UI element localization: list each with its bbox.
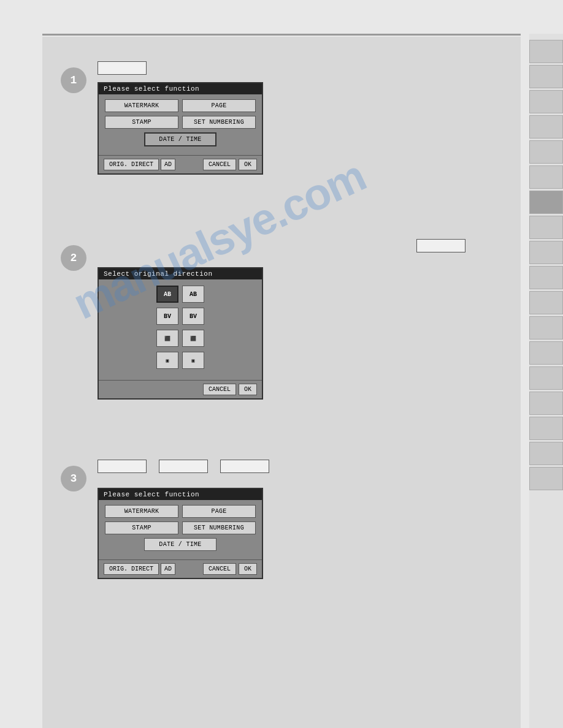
- dialog-2-footer-right: CANCEL OK: [203, 384, 257, 395]
- dialog-3-footer-left: ORIG. DIRECT AD: [104, 563, 199, 575]
- sidebar-tab-11[interactable]: [529, 291, 563, 314]
- date-time-button-3[interactable]: DATE / TIME: [144, 538, 216, 551]
- orig-direct-button-3[interactable]: ORIG. DIRECT: [104, 563, 159, 575]
- ok-button-2[interactable]: OK: [239, 384, 257, 395]
- step-circle-1: 1: [61, 67, 86, 93]
- step-number-2: 2: [71, 252, 77, 264]
- sidebar-tab-2[interactable]: [529, 65, 563, 88]
- main-content: 1 Please select function WATERMARK PAGE …: [42, 37, 521, 728]
- sidebar-tab-16[interactable]: [529, 417, 563, 440]
- ok-button-1[interactable]: OK: [239, 159, 257, 170]
- watermark-button-3[interactable]: WATERMARK: [105, 505, 178, 518]
- rot-icon-2: ⬛: [190, 336, 196, 341]
- section3-buttons-row: [98, 460, 502, 480]
- section2-top-button[interactable]: [416, 239, 465, 252]
- orig-direct-button-1[interactable]: ORIG. DIRECT: [104, 159, 159, 170]
- ab-icon-2: AB: [190, 291, 197, 298]
- dialog-2-footer: CANCEL OK: [99, 380, 262, 398]
- sidebar-tab-4[interactable]: [529, 115, 563, 138]
- dialog-2-title: Select original direction: [99, 268, 262, 279]
- set-numbering-button-1[interactable]: SET NUMBERING: [182, 116, 256, 129]
- rot-icon-1: ⬛: [164, 336, 170, 341]
- section-1: 1 Please select function WATERMARK PAGE …: [61, 61, 502, 221]
- stamp-button-3[interactable]: STAMP: [105, 521, 178, 534]
- section-1-inner: Please select function WATERMARK PAGE ST…: [98, 61, 502, 175]
- orient-rot-2[interactable]: ⬛: [182, 330, 204, 347]
- sidebar-tab-9[interactable]: [529, 241, 563, 264]
- dialog-2-body: AB AB BV BV: [99, 279, 262, 380]
- section3-button-1[interactable]: [98, 460, 147, 473]
- sidebar-tab-5[interactable]: [529, 140, 563, 164]
- ad-box-3: AD: [161, 563, 175, 575]
- dialog-3-title: Please select function: [99, 489, 262, 500]
- orient-row-3: ⬛ ⬛: [105, 330, 256, 347]
- watermark-button-1[interactable]: WATERMARK: [105, 99, 178, 112]
- section-2-inner: Select original direction AB AB: [98, 239, 502, 400]
- dialog-1: Please select function WATERMARK PAGE ST…: [98, 82, 263, 175]
- orient-row-4: ▣ ▣: [105, 352, 256, 369]
- sidebar-tab-10[interactable]: [529, 266, 563, 289]
- dialog-3-body: WATERMARK PAGE STAMP SET NUMBERING DATE …: [99, 500, 262, 559]
- sidebar-tab-7[interactable]: [529, 191, 563, 214]
- sidebar-tab-14[interactable]: [529, 366, 563, 390]
- orient-bv-1[interactable]: BV: [156, 308, 178, 325]
- page-button-3[interactable]: PAGE: [182, 505, 256, 518]
- sidebar-tab-15[interactable]: [529, 392, 563, 415]
- ad-box-1: AD: [161, 159, 175, 170]
- step-number-3: 3: [71, 472, 77, 485]
- page-button-1[interactable]: PAGE: [182, 99, 256, 112]
- dialog-1-title: Please select function: [99, 83, 262, 94]
- orient-rot-1[interactable]: ⬛: [156, 330, 178, 347]
- section3-button-3[interactable]: [220, 460, 269, 473]
- section3-button-2[interactable]: [159, 460, 208, 473]
- step-circle-2: 2: [61, 245, 86, 271]
- orient-sq-2[interactable]: ▣: [182, 352, 204, 369]
- ok-button-3[interactable]: OK: [239, 563, 257, 575]
- sidebar-tab-13[interactable]: [529, 341, 563, 365]
- orient-bv-2[interactable]: BV: [182, 308, 204, 325]
- orient-ab-selected[interactable]: AB: [156, 286, 178, 303]
- dialog-1-row-1: WATERMARK PAGE: [105, 99, 256, 112]
- dialog-1-body: WATERMARK PAGE STAMP SET NUMBERING DATE …: [99, 94, 262, 155]
- sidebar-tab-18[interactable]: [529, 467, 563, 490]
- cancel-button-1[interactable]: CANCEL: [203, 159, 236, 170]
- sidebar-tab-8[interactable]: [529, 216, 563, 239]
- dialog-1-row-2: STAMP SET NUMBERING: [105, 116, 256, 129]
- cancel-button-2[interactable]: CANCEL: [203, 384, 236, 395]
- stamp-button-1[interactable]: STAMP: [105, 116, 178, 129]
- orient-ab-2[interactable]: AB: [182, 286, 204, 303]
- date-time-button-1[interactable]: DATE / TIME: [144, 132, 216, 146]
- sidebar-tab-3[interactable]: [529, 90, 563, 113]
- section-3-inner: Please select function WATERMARK PAGE ST…: [98, 460, 502, 579]
- dialog-1-footer: ORIG. DIRECT AD CANCEL OK: [99, 155, 262, 173]
- section1-top-button[interactable]: [98, 61, 147, 75]
- dialog-3-footer-right: CANCEL OK: [203, 563, 257, 575]
- dialog-3-footer: ORIG. DIRECT AD CANCEL OK: [99, 559, 262, 578]
- step-number-1: 1: [71, 74, 77, 86]
- dialog-3-row-2: STAMP SET NUMBERING: [105, 521, 256, 534]
- dialog-1-row-3: DATE / TIME: [105, 132, 256, 146]
- dialog-1-footer-left: ORIG. DIRECT AD: [104, 159, 199, 170]
- dialog-2: Select original direction AB AB: [98, 267, 263, 400]
- bv-icon-2: BV: [190, 313, 197, 320]
- orient-row-1: AB AB: [105, 286, 256, 303]
- sidebar-tab-17[interactable]: [529, 442, 563, 465]
- cancel-button-3[interactable]: CANCEL: [203, 563, 236, 575]
- dialog-3: Please select function WATERMARK PAGE ST…: [98, 488, 263, 579]
- section-3: 3 Please select function WATERMARK PAGE …: [61, 460, 502, 619]
- section-2: 2 Select original direction AB AB: [61, 239, 502, 441]
- sidebar-tab-6[interactable]: [529, 165, 563, 189]
- sidebar-tab-1[interactable]: [529, 40, 563, 63]
- top-border: [42, 34, 521, 36]
- dialog-3-row-3: DATE / TIME: [105, 538, 256, 551]
- set-numbering-button-3[interactable]: SET NUMBERING: [182, 521, 256, 534]
- dialog-1-footer-right: CANCEL OK: [203, 159, 257, 170]
- orient-sq-1[interactable]: ▣: [156, 352, 178, 369]
- step-circle-3: 3: [61, 466, 86, 491]
- sq-icon-2: ▣: [192, 358, 195, 363]
- sq-icon-1: ▣: [166, 358, 169, 363]
- orient-row-2: BV BV: [105, 308, 256, 325]
- sidebar-tab-12[interactable]: [529, 316, 563, 339]
- bv-icon-1: BV: [164, 313, 171, 320]
- right-sidebar: [529, 34, 563, 728]
